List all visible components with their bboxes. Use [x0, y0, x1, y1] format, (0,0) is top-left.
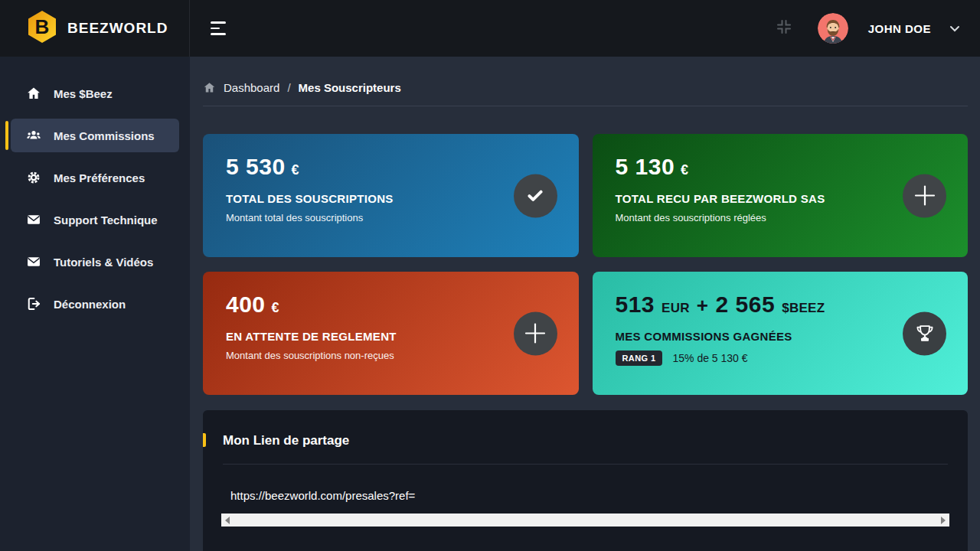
user-name[interactable]: JOHN DOE	[868, 22, 931, 35]
sidebar-item-support-technique[interactable]: Support Technique	[11, 203, 179, 236]
card-amount-beez: 2 565	[716, 293, 776, 316]
rank-row: RANG 1 15% de 5 130 €	[616, 350, 946, 366]
home-icon	[203, 81, 216, 94]
envelope-icon	[26, 254, 41, 269]
sidebar-item-mes-commissions[interactable]: Mes Commissions	[11, 119, 179, 152]
sidebar-item-label: Mes $Beez	[54, 87, 113, 100]
sidebar-item-mes-preferences[interactable]: Mes Préférences	[11, 161, 179, 194]
card-amount: 5 530	[226, 155, 286, 178]
horizontal-scrollbar[interactable]	[221, 514, 949, 527]
referral-link[interactable]: https://beezworld.com/presales?ref=	[230, 489, 948, 502]
logout-icon	[26, 296, 41, 311]
breadcrumb-current-page: Mes Souscripteurs	[299, 81, 401, 94]
card-unit-eur: EUR	[662, 302, 690, 315]
envelope-icon	[26, 212, 41, 227]
rank-badge: RANG 1	[616, 350, 663, 366]
scrollbar-left-arrow-icon[interactable]	[225, 517, 230, 524]
card-title: MES COMMISSIONS GAGNÉES	[616, 330, 946, 343]
sidebar-item-deconnexion[interactable]: Déconnexion	[11, 287, 179, 321]
card-value: 5 130 €	[616, 155, 946, 178]
breadcrumb-separator: /	[287, 81, 290, 94]
hamburger-menu-icon[interactable]	[211, 21, 226, 35]
chevron-down-icon[interactable]	[949, 21, 960, 35]
sidebar-item-tutoriels-videos[interactable]: Tutoriels & Vidéos	[11, 245, 179, 279]
brand-name: BEEZWORLD	[67, 20, 168, 37]
card-title: EN ATTENTE DE REGLEMENT	[226, 330, 556, 343]
card-title: TOTAL DES SOUSCRIPTIONS	[226, 192, 556, 205]
sidebar-item-label: Mes Préférences	[54, 171, 145, 184]
compress-fullscreen-icon[interactable]	[775, 18, 793, 39]
plus-icon[interactable]	[903, 174, 946, 217]
card-currency: €	[292, 163, 300, 177]
user-avatar[interactable]	[818, 13, 848, 44]
sidebar-item-label: Tutoriels & Vidéos	[54, 256, 153, 269]
users-icon	[26, 128, 41, 143]
card-currency: €	[681, 163, 689, 177]
check-icon	[514, 174, 557, 217]
main-content: Dashboard / Mes Souscripteurs 5 530 € TO…	[190, 57, 980, 551]
card-commissions-gagnees: 513 EUR + 2 565 $BEEZ MES COMMISSIONS GA…	[593, 272, 969, 395]
card-currency: €	[272, 301, 280, 315]
stat-cards-grid: 5 530 € TOTAL DES SOUSCRIPTIONS Montant …	[203, 134, 968, 395]
card-subtitle: Montant total des souscriptions	[226, 212, 556, 223]
breadcrumb-divider	[203, 106, 968, 106]
card-title: TOTAL RECU PAR BEEZWORLD SAS	[616, 192, 946, 205]
share-panel-divider	[223, 464, 948, 465]
hexagon-logo-icon: B	[24, 9, 60, 47]
top-bar: B BEEZWORLD	[0, 0, 980, 57]
sidebar-item-mes-beez[interactable]: Mes $Beez	[11, 77, 179, 110]
rank-detail: 15% de 5 130 €	[672, 352, 747, 364]
card-amount: 400	[226, 293, 266, 316]
card-en-attente: 400 € EN ATTENTE DE REGLEMENT Montant de…	[203, 272, 579, 395]
home-icon	[26, 86, 41, 101]
trophy-icon	[903, 311, 946, 355]
card-subtitle: Montant des souscriptions réglées	[616, 212, 946, 223]
card-value: 513 EUR + 2 565 $BEEZ	[616, 293, 946, 316]
card-subtitle: Montant des souscriptions non-reçues	[226, 350, 556, 361]
scrollbar-right-arrow-icon[interactable]	[941, 517, 946, 524]
card-unit-beez: $BEEZ	[782, 302, 825, 315]
breadcrumb-dashboard[interactable]: Dashboard	[224, 81, 279, 94]
svg-text:B: B	[35, 15, 50, 38]
header-actions: JOHN DOE	[775, 13, 980, 44]
card-total-recu: 5 130 € TOTAL RECU PAR BEEZWORLD SAS Mon…	[593, 134, 969, 257]
card-plus-operator: +	[697, 295, 709, 315]
share-panel-title: Mon Lien de partage	[223, 433, 948, 448]
breadcrumb: Dashboard / Mes Souscripteurs	[203, 57, 968, 94]
card-value: 400 €	[226, 293, 556, 316]
card-amount-eur: 513	[616, 293, 655, 316]
plus-icon[interactable]	[514, 311, 557, 355]
card-total-souscriptions: 5 530 € TOTAL DES SOUSCRIPTIONS Montant …	[203, 134, 579, 257]
brand-logo: B BEEZWORLD	[0, 0, 190, 57]
gear-icon	[26, 170, 41, 185]
sidebar-item-label: Mes Commissions	[54, 129, 155, 142]
sidebar-item-label: Déconnexion	[54, 298, 126, 311]
sidebar: Mes $Beez Mes Commissions Mes Préfér	[0, 57, 190, 551]
sidebar-item-label: Support Technique	[54, 214, 158, 227]
card-amount: 5 130	[616, 155, 675, 178]
share-link-panel: Mon Lien de partage https://beezworld.co…	[203, 410, 968, 551]
card-value: 5 530 €	[226, 155, 556, 178]
